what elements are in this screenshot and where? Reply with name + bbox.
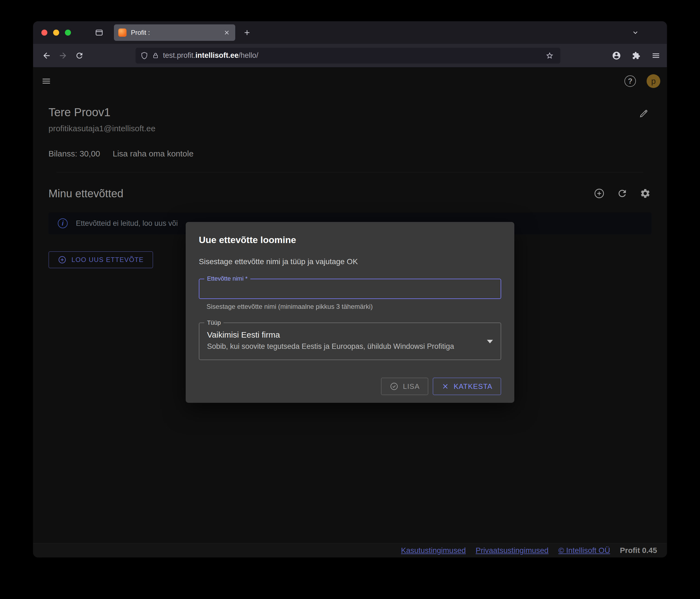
url-prefix: test.profit.: [163, 51, 196, 59]
account-circle-icon: [612, 51, 621, 60]
cancel-button[interactable]: KATKESTA: [433, 378, 501, 395]
company-type-description: Sobib, kui soovite tegutseda Eestis ja E…: [207, 342, 479, 351]
dropdown-caret-icon: [487, 340, 493, 343]
tab-profit[interactable]: Profit :: [114, 24, 235, 41]
hamburger-icon: [652, 51, 660, 60]
bookmark-star-button[interactable]: [544, 50, 555, 62]
window-controls: [33, 30, 71, 35]
cancel-button-label: KATKESTA: [453, 382, 493, 391]
browser-window: Profit :: [33, 21, 667, 557]
create-company-dialog: Uue ettevõtte loomine Sisestage ettevõtt…: [186, 222, 514, 403]
dialog-layer: Uue ettevõtte loomine Sisestage ettevõtt…: [33, 67, 667, 557]
list-all-tabs-button[interactable]: [628, 25, 643, 40]
tab-title: Profit :: [131, 29, 222, 37]
minimize-window-button[interactable]: [53, 30, 59, 35]
company-name-field: Ettevõtte nimi *: [199, 279, 501, 299]
star-icon: [546, 51, 554, 60]
company-type-label: Tüüp: [204, 319, 223, 326]
firefox-view-button[interactable]: [92, 25, 106, 40]
url-text: test.profit.intellisoft.ee/hello/: [163, 51, 258, 60]
forward-button[interactable]: [56, 48, 70, 63]
check-circle-icon: [390, 382, 398, 391]
url-path: /hello/: [239, 51, 258, 59]
navigation-bar: test.profit.intellisoft.ee/hello/: [33, 44, 667, 67]
dialog-title: Uue ettevõtte loomine: [199, 235, 501, 245]
close-icon: [442, 383, 449, 390]
url-domain: intellisoft.ee: [196, 51, 239, 59]
company-name-helper: Sisestage ettevõtte nimi (minimaalne pik…: [206, 303, 501, 310]
tab-close-button[interactable]: [222, 27, 232, 38]
account-button[interactable]: [609, 48, 624, 63]
chevron-down-icon: [631, 28, 640, 37]
company-type-select[interactable]: Tüüp Vaikimisi Eesti firma Sobib, kui so…: [199, 322, 501, 360]
add-button[interactable]: LISA: [381, 378, 428, 395]
back-button[interactable]: [39, 48, 54, 63]
address-bar[interactable]: test.profit.intellisoft.ee/hello/: [135, 48, 560, 64]
dialog-actions: LISA KATKESTA: [199, 378, 501, 395]
company-type-value: Vaikimisi Eesti firma: [207, 330, 479, 339]
site-favicon-icon: [118, 28, 127, 37]
tab-bar: Profit :: [33, 21, 667, 44]
close-icon: [223, 29, 230, 36]
plus-icon: [243, 28, 251, 37]
forward-arrow-icon: [58, 51, 68, 60]
close-window-button[interactable]: [41, 30, 47, 35]
reload-button[interactable]: [72, 48, 87, 63]
puzzle-icon: [632, 51, 640, 60]
reload-icon: [75, 51, 84, 60]
navbar-right-buttons: [609, 48, 663, 63]
browser-menu-button[interactable]: [649, 48, 663, 63]
company-name-label: Ettevõtte nimi *: [204, 275, 250, 282]
zoom-window-button[interactable]: [65, 30, 71, 35]
firefox-view-icon: [95, 28, 103, 37]
dialog-subtitle: Sisestage ettevõtte nimi ja tüüp ja vaju…: [199, 257, 501, 266]
back-arrow-icon: [42, 51, 51, 60]
page-content: ? p Tere Proov1 profitikasutaja1@intelli…: [33, 67, 667, 557]
add-button-label: LISA: [403, 382, 420, 391]
new-tab-button[interactable]: [240, 25, 254, 40]
shield-icon[interactable]: [141, 52, 148, 59]
extensions-button[interactable]: [629, 48, 644, 63]
lock-icon[interactable]: [152, 52, 159, 59]
